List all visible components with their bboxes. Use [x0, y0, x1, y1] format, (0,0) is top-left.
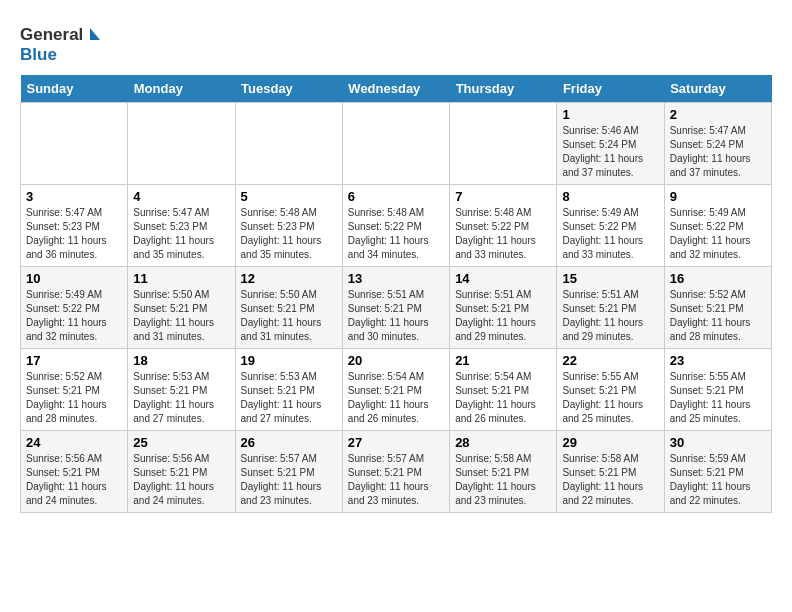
calendar-cell [342, 103, 449, 185]
day-info: Sunrise: 5:56 AMSunset: 5:21 PMDaylight:… [26, 452, 122, 508]
weekday-header-tuesday: Tuesday [235, 75, 342, 103]
calendar-cell: 30Sunrise: 5:59 AMSunset: 5:21 PMDayligh… [664, 431, 771, 513]
day-info: Sunrise: 5:50 AMSunset: 5:21 PMDaylight:… [133, 288, 229, 344]
day-number: 17 [26, 353, 122, 368]
day-info: Sunrise: 5:52 AMSunset: 5:21 PMDaylight:… [670, 288, 766, 344]
calendar-week-row: 17Sunrise: 5:52 AMSunset: 5:21 PMDayligh… [21, 349, 772, 431]
day-number: 4 [133, 189, 229, 204]
day-info: Sunrise: 5:47 AMSunset: 5:23 PMDaylight:… [26, 206, 122, 262]
day-number: 5 [241, 189, 337, 204]
day-number: 22 [562, 353, 658, 368]
calendar-cell: 27Sunrise: 5:57 AMSunset: 5:21 PMDayligh… [342, 431, 449, 513]
day-info: Sunrise: 5:56 AMSunset: 5:21 PMDaylight:… [133, 452, 229, 508]
day-info: Sunrise: 5:55 AMSunset: 5:21 PMDaylight:… [562, 370, 658, 426]
calendar-cell: 1Sunrise: 5:46 AMSunset: 5:24 PMDaylight… [557, 103, 664, 185]
day-info: Sunrise: 5:48 AMSunset: 5:22 PMDaylight:… [455, 206, 551, 262]
calendar-week-row: 1Sunrise: 5:46 AMSunset: 5:24 PMDaylight… [21, 103, 772, 185]
calendar-cell: 20Sunrise: 5:54 AMSunset: 5:21 PMDayligh… [342, 349, 449, 431]
calendar-cell: 15Sunrise: 5:51 AMSunset: 5:21 PMDayligh… [557, 267, 664, 349]
logo: GeneralBlue [20, 20, 100, 65]
day-number: 25 [133, 435, 229, 450]
calendar-week-row: 3Sunrise: 5:47 AMSunset: 5:23 PMDaylight… [21, 185, 772, 267]
calendar-cell: 21Sunrise: 5:54 AMSunset: 5:21 PMDayligh… [450, 349, 557, 431]
day-number: 26 [241, 435, 337, 450]
calendar-cell: 29Sunrise: 5:58 AMSunset: 5:21 PMDayligh… [557, 431, 664, 513]
day-number: 19 [241, 353, 337, 368]
day-number: 7 [455, 189, 551, 204]
weekday-header-row: SundayMondayTuesdayWednesdayThursdayFrid… [21, 75, 772, 103]
day-number: 18 [133, 353, 229, 368]
calendar-cell: 14Sunrise: 5:51 AMSunset: 5:21 PMDayligh… [450, 267, 557, 349]
day-info: Sunrise: 5:55 AMSunset: 5:21 PMDaylight:… [670, 370, 766, 426]
day-info: Sunrise: 5:46 AMSunset: 5:24 PMDaylight:… [562, 124, 658, 180]
calendar-cell: 22Sunrise: 5:55 AMSunset: 5:21 PMDayligh… [557, 349, 664, 431]
day-number: 30 [670, 435, 766, 450]
day-info: Sunrise: 5:57 AMSunset: 5:21 PMDaylight:… [348, 452, 444, 508]
day-info: Sunrise: 5:48 AMSunset: 5:23 PMDaylight:… [241, 206, 337, 262]
calendar-cell: 17Sunrise: 5:52 AMSunset: 5:21 PMDayligh… [21, 349, 128, 431]
calendar-cell: 6Sunrise: 5:48 AMSunset: 5:22 PMDaylight… [342, 185, 449, 267]
calendar-cell: 26Sunrise: 5:57 AMSunset: 5:21 PMDayligh… [235, 431, 342, 513]
day-number: 3 [26, 189, 122, 204]
calendar-cell: 12Sunrise: 5:50 AMSunset: 5:21 PMDayligh… [235, 267, 342, 349]
calendar-cell: 16Sunrise: 5:52 AMSunset: 5:21 PMDayligh… [664, 267, 771, 349]
calendar-cell: 4Sunrise: 5:47 AMSunset: 5:23 PMDaylight… [128, 185, 235, 267]
day-number: 6 [348, 189, 444, 204]
calendar-cell: 11Sunrise: 5:50 AMSunset: 5:21 PMDayligh… [128, 267, 235, 349]
day-info: Sunrise: 5:53 AMSunset: 5:21 PMDaylight:… [133, 370, 229, 426]
calendar-cell: 24Sunrise: 5:56 AMSunset: 5:21 PMDayligh… [21, 431, 128, 513]
calendar-cell: 5Sunrise: 5:48 AMSunset: 5:23 PMDaylight… [235, 185, 342, 267]
calendar-cell [128, 103, 235, 185]
day-number: 28 [455, 435, 551, 450]
weekday-header-thursday: Thursday [450, 75, 557, 103]
day-number: 12 [241, 271, 337, 286]
day-info: Sunrise: 5:52 AMSunset: 5:21 PMDaylight:… [26, 370, 122, 426]
day-number: 2 [670, 107, 766, 122]
day-number: 27 [348, 435, 444, 450]
calendar-cell: 9Sunrise: 5:49 AMSunset: 5:22 PMDaylight… [664, 185, 771, 267]
day-info: Sunrise: 5:54 AMSunset: 5:21 PMDaylight:… [455, 370, 551, 426]
day-number: 20 [348, 353, 444, 368]
calendar-cell: 19Sunrise: 5:53 AMSunset: 5:21 PMDayligh… [235, 349, 342, 431]
calendar-cell: 13Sunrise: 5:51 AMSunset: 5:21 PMDayligh… [342, 267, 449, 349]
weekday-header-monday: Monday [128, 75, 235, 103]
calendar-cell: 3Sunrise: 5:47 AMSunset: 5:23 PMDaylight… [21, 185, 128, 267]
day-info: Sunrise: 5:51 AMSunset: 5:21 PMDaylight:… [348, 288, 444, 344]
day-info: Sunrise: 5:53 AMSunset: 5:21 PMDaylight:… [241, 370, 337, 426]
day-info: Sunrise: 5:51 AMSunset: 5:21 PMDaylight:… [562, 288, 658, 344]
day-info: Sunrise: 5:51 AMSunset: 5:21 PMDaylight:… [455, 288, 551, 344]
day-number: 1 [562, 107, 658, 122]
day-info: Sunrise: 5:49 AMSunset: 5:22 PMDaylight:… [562, 206, 658, 262]
day-info: Sunrise: 5:59 AMSunset: 5:21 PMDaylight:… [670, 452, 766, 508]
day-number: 16 [670, 271, 766, 286]
calendar-body: 1Sunrise: 5:46 AMSunset: 5:24 PMDaylight… [21, 103, 772, 513]
calendar-cell [235, 103, 342, 185]
svg-text:General: General [20, 25, 83, 44]
day-number: 11 [133, 271, 229, 286]
day-number: 21 [455, 353, 551, 368]
day-number: 13 [348, 271, 444, 286]
weekday-header-wednesday: Wednesday [342, 75, 449, 103]
day-info: Sunrise: 5:54 AMSunset: 5:21 PMDaylight:… [348, 370, 444, 426]
calendar-cell: 25Sunrise: 5:56 AMSunset: 5:21 PMDayligh… [128, 431, 235, 513]
svg-marker-2 [90, 28, 100, 40]
day-info: Sunrise: 5:58 AMSunset: 5:21 PMDaylight:… [562, 452, 658, 508]
day-info: Sunrise: 5:47 AMSunset: 5:24 PMDaylight:… [670, 124, 766, 180]
page-header: GeneralBlue [20, 20, 772, 65]
calendar-header: SundayMondayTuesdayWednesdayThursdayFrid… [21, 75, 772, 103]
day-number: 8 [562, 189, 658, 204]
calendar-table: SundayMondayTuesdayWednesdayThursdayFrid… [20, 75, 772, 513]
day-info: Sunrise: 5:58 AMSunset: 5:21 PMDaylight:… [455, 452, 551, 508]
day-number: 14 [455, 271, 551, 286]
day-info: Sunrise: 5:48 AMSunset: 5:22 PMDaylight:… [348, 206, 444, 262]
day-number: 29 [562, 435, 658, 450]
day-number: 9 [670, 189, 766, 204]
calendar-cell: 23Sunrise: 5:55 AMSunset: 5:21 PMDayligh… [664, 349, 771, 431]
day-number: 24 [26, 435, 122, 450]
day-info: Sunrise: 5:50 AMSunset: 5:21 PMDaylight:… [241, 288, 337, 344]
day-info: Sunrise: 5:49 AMSunset: 5:22 PMDaylight:… [670, 206, 766, 262]
day-number: 15 [562, 271, 658, 286]
day-number: 10 [26, 271, 122, 286]
calendar-cell: 10Sunrise: 5:49 AMSunset: 5:22 PMDayligh… [21, 267, 128, 349]
calendar-cell [450, 103, 557, 185]
